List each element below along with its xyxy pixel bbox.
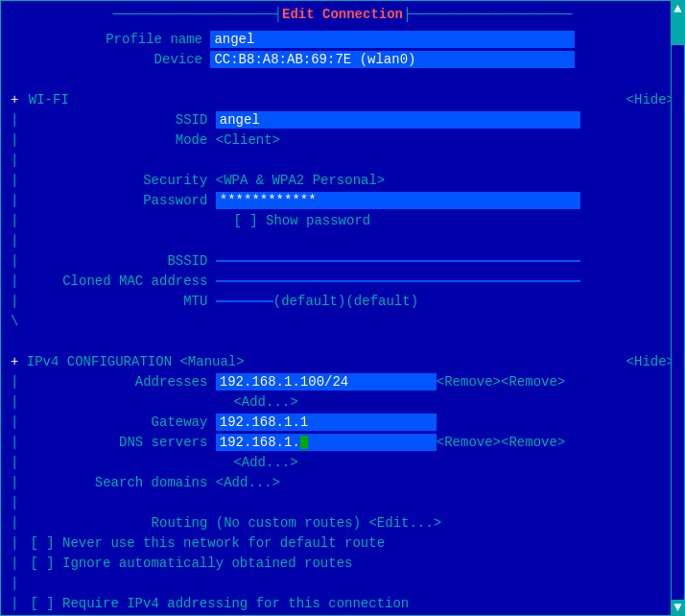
- window-title: Edit Connection: [282, 7, 403, 22]
- wifi-section-header: + WI-FI <Hide>: [11, 90, 674, 109]
- mode-row: | Mode <Client>: [11, 130, 674, 150]
- gateway-row: | Gateway 192.168.1.1: [11, 413, 674, 432]
- require-ipv4-checkbox[interactable]: [ ] Require IPv4 addressing for this con…: [30, 596, 409, 611]
- scrollbar-thumb[interactable]: [672, 16, 684, 45]
- scrollbar-track[interactable]: [672, 16, 684, 600]
- blank-row-6: |: [11, 574, 674, 593]
- dns-remove-btn[interactable]: <Remove>: [437, 435, 501, 450]
- title-separator-left: ┤: [274, 7, 282, 22]
- ipv4-section-header: + IPv4 CONFIGURATION <Manual> <Hide>: [11, 352, 674, 371]
- gateway-input[interactable]: 192.168.1.1: [216, 414, 437, 431]
- ignore-routes-row: | [ ] Ignore automatically obtained rout…: [11, 554, 674, 573]
- ipv4-hide-btn[interactable]: <Hide>: [626, 354, 674, 369]
- mtu-row: | MTU (default) (default): [11, 292, 674, 311]
- dns-add-btn[interactable]: <Add...>: [233, 455, 297, 470]
- ipv4-mode[interactable]: <Manual>: [179, 354, 244, 369]
- addresses-add-btn[interactable]: <Add...>: [233, 394, 297, 410]
- ipv4-plus: +: [11, 354, 18, 369]
- mtu-label: MTU: [20, 294, 207, 309]
- border-left-mtu: |: [11, 294, 18, 309]
- backslash-row: \: [11, 312, 674, 331]
- blank-row-2: |: [11, 151, 674, 170]
- wifi-hide-btn[interactable]: <Hide>: [626, 92, 674, 107]
- border-left-mac: |: [11, 273, 18, 289]
- show-password-row: | [ ] Show password: [11, 211, 674, 230]
- dns-add-row: | <Add...>: [11, 453, 674, 472]
- scrollbar[interactable]: ▲ ▼: [671, 1, 684, 615]
- routing-label: Routing: [20, 515, 207, 531]
- security-row: | Security <WPA & WPA2 Personal>: [11, 171, 674, 190]
- border-left-showpw: |: [11, 213, 18, 228]
- title-dashes-right: ────────────────────: [411, 7, 572, 22]
- border-left-gw: |: [11, 415, 18, 430]
- cloned-mac-label: Cloned MAC address: [20, 273, 207, 289]
- mtu-default: (default): [273, 294, 346, 309]
- profile-name-label: Profile name: [11, 32, 202, 47]
- mtu-input[interactable]: [216, 300, 273, 302]
- security-value[interactable]: <WPA & WPA2 Personal>: [216, 173, 385, 188]
- border-left-require: |: [11, 596, 18, 611]
- cloned-mac-input[interactable]: [216, 280, 580, 282]
- gateway-label: Gateway: [20, 415, 207, 430]
- search-domains-add[interactable]: <Add...>: [216, 475, 280, 490]
- border-left-security: |: [11, 173, 18, 188]
- ipv4-config-label: IPv4 CONFIGURATION: [18, 354, 179, 369]
- wifi-plus: +: [11, 92, 18, 107]
- search-domains-label: Search domains: [20, 475, 207, 490]
- mtu-default-text: (default): [345, 294, 418, 309]
- blank-row-4: [11, 332, 674, 351]
- dns-row: | DNS servers 192.168.1. <Remove> <Remov…: [11, 433, 674, 452]
- password-label: Password: [20, 193, 207, 208]
- border-left-dns-add: |: [11, 455, 18, 470]
- show-password-checkbox[interactable]: [ ] Show password: [233, 213, 370, 228]
- blank-row-3: |: [11, 231, 674, 250]
- ignore-routes-checkbox[interactable]: [ ] Ignore automatically obtained routes: [30, 556, 352, 571]
- bssid-row: | BSSID: [11, 251, 674, 271]
- routing-row: | Routing (No custom routes) <Edit...>: [11, 513, 674, 533]
- device-input[interactable]: CC:B8:A8:AB:69:7E (wlan0): [210, 51, 575, 68]
- cloned-mac-row: | Cloned MAC address: [11, 272, 674, 291]
- never-default-checkbox[interactable]: [ ] Never use this network for default r…: [30, 535, 385, 551]
- ssid-row: | SSID angel: [11, 110, 674, 130]
- border-left-ignore: |: [11, 556, 18, 571]
- addresses-remove-btn[interactable]: <Remove>: [501, 374, 565, 390]
- blank-row-5: |: [11, 493, 674, 512]
- scrollbar-up-btn[interactable]: ▲: [672, 1, 684, 16]
- ssid-input[interactable]: angel: [216, 111, 580, 129]
- device-row: Device CC:B8:A8:AB:69:7E (wlan0): [11, 50, 674, 69]
- security-label: Security: [20, 173, 207, 188]
- addresses-add-row: | <Add...>: [11, 392, 674, 412]
- dns-cursor: [300, 436, 308, 449]
- addresses-input[interactable]: 192.168.1.100/24: [216, 373, 437, 391]
- border-left-addr: |: [11, 374, 18, 390]
- device-label: Device: [11, 52, 202, 67]
- blank-row-1: [11, 70, 674, 89]
- border-left-routing: |: [11, 515, 18, 531]
- border-left-mode: |: [11, 132, 18, 148]
- profile-name-row: Profile name angel: [11, 30, 674, 49]
- addresses-remove[interactable]: <Remove>: [437, 374, 501, 390]
- title-dashes-left: ────────────────────: [113, 7, 274, 22]
- password-input[interactable]: ************: [216, 192, 580, 209]
- profile-name-input[interactable]: angel: [210, 31, 575, 48]
- border-left-ssid: |: [11, 112, 18, 128]
- never-default-row: | [ ] Never use this network for default…: [11, 533, 674, 553]
- border-left-dns: |: [11, 435, 18, 450]
- border-left-bssid: |: [11, 253, 18, 269]
- dns-label: DNS servers: [20, 435, 207, 450]
- bssid-input[interactable]: [216, 260, 580, 262]
- wifi-label: WI-FI: [20, 92, 68, 107]
- border-left-password: |: [11, 193, 18, 208]
- routing-value[interactable]: (No custom routes) <Edit...>: [216, 515, 441, 531]
- password-row: | Password ************: [11, 191, 674, 210]
- scrollbar-down-btn[interactable]: ▼: [672, 600, 684, 615]
- require-ipv4-row: | [ ] Require IPv4 addressing for this c…: [11, 594, 674, 613]
- ssid-label: SSID: [20, 112, 207, 128]
- backslash-char: \: [11, 314, 18, 329]
- search-domains-row: | Search domains <Add...>: [11, 473, 674, 492]
- addresses-row: | Addresses 192.168.1.100/24 <Remove> <R…: [11, 372, 674, 391]
- border-left-addr-add: |: [11, 394, 18, 410]
- mode-value[interactable]: <Client>: [216, 132, 280, 148]
- dns-input[interactable]: 192.168.1.: [216, 434, 437, 451]
- dns-remove-label[interactable]: <Remove>: [501, 435, 565, 450]
